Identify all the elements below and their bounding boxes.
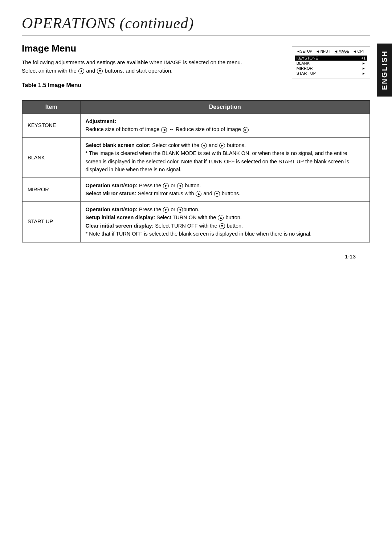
table-caption: Table 1.5 Image Menu [22,82,281,89]
blank-arrow: ► [362,61,366,65]
up-circle-icon: ▲ [196,191,201,197]
title-divider [22,36,370,36]
menu-item-mirror: MIRROR ► [295,66,367,71]
menu-item-blank: BLANK ► [295,61,367,66]
keystone-value: +1 [362,56,366,60]
page-title: OPERATIONS (continued) [22,15,370,32]
item-blank: BLANK [22,137,80,177]
desc-startup: Operation start/stop: Press the ► or ◄bu… [80,201,370,242]
menu-item-keystone: KEYSTONE +1 [295,56,367,61]
menu-item-keystone-label: KEYSTONE [297,56,318,60]
left-circle-icon3: ◄ [177,183,183,189]
intro-left: Image Menu The following adjustments and… [22,43,292,92]
right-circle-icon4: ► [163,207,169,213]
keystone-bold: Adjustment: [86,118,117,124]
image-menu-table: Item Description KEYSTONE Adjustment: Re… [22,100,370,242]
up-circle-icon2: ▲ [218,215,224,221]
tab-image: ◄IMAGE [332,49,351,54]
mirror-arrow: ► [362,66,366,70]
table-row-keystone: KEYSTONE Adjustment: Reduce size of bott… [22,114,370,138]
col-header-item: Item [22,101,80,114]
startup-bold2: Setup initial screen display: [86,215,155,220]
intro-text: The following adjustments and settings a… [22,58,254,75]
english-tab: ENGLISH [377,44,392,97]
item-mirror: MIRROR [22,177,80,201]
section-heading: Image Menu [22,43,281,54]
mini-menu-tabs: ◄SETUP ◄INPUT ◄IMAGE ◄ OPT. [295,49,367,54]
desc-blank: Select blank screen color: Select color … [80,137,370,177]
startup-arrow: ► [362,72,366,76]
table-row-startup: START UP Operation start/stop: Press the… [22,201,370,242]
tab-setup: ◄SETUP [295,49,314,54]
slider-bar [342,57,360,60]
right-circle-icon2: ► [219,143,225,148]
mirror-bold1: Operation start/stop: [86,183,138,188]
right-circle-icon: ► [243,127,249,133]
startup-bold1: Operation start/stop: [86,207,138,212]
menu-item-blank-label: BLANK [297,61,310,65]
item-startup: START UP [22,201,80,242]
menu-item-startup: START UP ► [295,71,367,76]
intro-area: Image Menu The following adjustments and… [22,43,370,92]
table-row-mirror: MIRROR Operation start/stop: Press the ►… [22,177,370,201]
tab-opt: ◄ OPT. [351,49,367,54]
page-number: 1-13 [22,253,370,260]
left-circle-icon2: ◄ [201,143,207,148]
down-btn-icon: ▼ [97,68,103,74]
down-circle-icon2: ▼ [219,223,225,229]
mirror-bold2: Select Mirror status: [86,191,136,196]
table-row-blank: BLANK Select blank screen color: Select … [22,137,370,177]
menu-item-mirror-label: MIRROR [297,66,313,70]
left-circle-icon: ◄ [161,127,167,133]
down-circle-icon: ▼ [214,191,220,197]
keystone-slider: +1 [342,56,366,60]
page-container: ENGLISH OPERATIONS (continued) Image Men… [0,0,392,281]
right-circle-icon3: ► [163,183,169,189]
desc-mirror: Operation start/stop: Press the ► or ◄ b… [80,177,370,201]
blank-bold: Select blank screen color: [86,142,151,148]
col-header-description: Description [80,101,370,114]
left-circle-icon4: ◄ [177,207,183,213]
desc-keystone: Adjustment: Reduce size of bottom of ima… [80,114,370,138]
mini-menu-diagram: ◄SETUP ◄INPUT ◄IMAGE ◄ OPT. KEYSTONE +1 … [292,46,370,78]
up-btn-icon: ▲ [78,68,84,74]
item-keystone: KEYSTONE [22,114,80,138]
menu-item-startup-label: START UP [297,71,316,76]
tab-input: ◄INPUT [314,49,332,54]
startup-bold3: Clear initial screen display: [86,223,154,229]
